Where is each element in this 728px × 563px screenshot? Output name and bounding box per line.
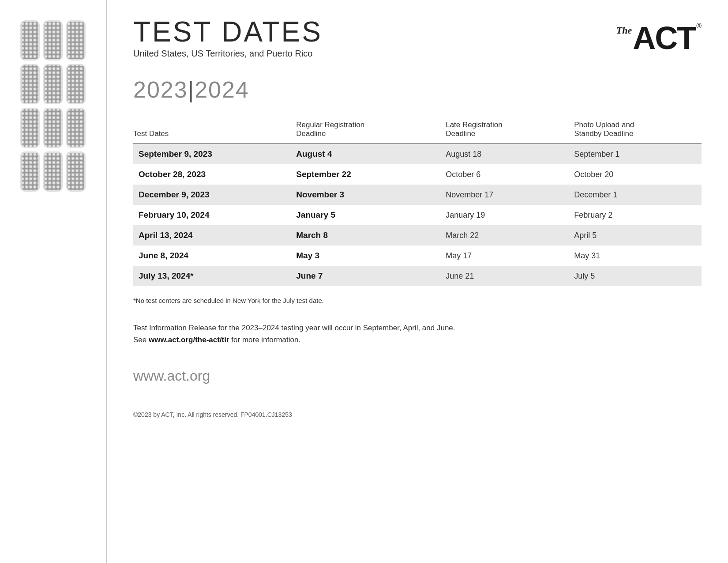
table-row: September 9, 2023August 4August 18Septem…	[133, 144, 702, 165]
footnote: *No test centers are scheduled in New Yo…	[133, 297, 702, 304]
left-sidebar	[0, 0, 106, 563]
cell-test-date: June 8, 2024	[133, 246, 289, 266]
col-header-photo: Photo Upload and Standby Deadline	[567, 116, 702, 144]
col-header-regular-reg: Regular Registration Deadline	[289, 116, 439, 144]
bottom-divider	[133, 402, 702, 402]
info-link[interactable]: www.act.org/the-act/tir	[149, 336, 229, 344]
table-row: December 9, 2023November 3November 17Dec…	[133, 185, 702, 205]
table-row: June 8, 2024May 3May 17May 31	[133, 246, 702, 266]
cell-late-reg: November 17	[439, 185, 567, 205]
cell-photo-upload: October 20	[567, 164, 702, 185]
cell-test-date: October 28, 2023	[133, 164, 289, 185]
cell-photo-upload: July 5	[567, 266, 702, 286]
grid-cell	[43, 108, 63, 148]
website-url: www.act.org	[133, 368, 702, 384]
info-paragraph: Test Information Release for the 2023–20…	[133, 322, 702, 346]
cell-photo-upload: September 1	[567, 144, 702, 165]
main-content: TEST DATES United States, US Territories…	[107, 0, 728, 563]
grid-cell	[66, 20, 86, 60]
grid-cell	[43, 20, 63, 60]
cell-late-reg: May 17	[439, 246, 567, 266]
grid-decoration	[13, 13, 93, 199]
grid-cell	[43, 64, 63, 104]
cell-regular-reg: May 3	[289, 246, 439, 266]
page-subtitle: United States, US Territories, and Puert…	[133, 49, 323, 59]
cell-test-date: July 13, 2024*	[133, 266, 289, 286]
cell-late-reg: June 21	[439, 266, 567, 286]
grid-cell	[20, 108, 40, 148]
table-header-row: Test Dates Regular Registration Deadline…	[133, 116, 702, 144]
grid-cell	[66, 108, 86, 148]
cell-regular-reg: January 5	[289, 205, 439, 225]
cell-regular-reg: November 3	[289, 185, 439, 205]
header-left: TEST DATES United States, US Territories…	[133, 18, 323, 59]
cell-test-date: April 13, 2024	[133, 225, 289, 246]
grid-cell	[20, 20, 40, 60]
act-logo-registered: ®	[696, 22, 702, 30]
cell-regular-reg: June 7	[289, 266, 439, 286]
year-divider: |	[188, 77, 195, 102]
grid-cell	[43, 151, 63, 192]
cell-late-reg: August 18	[439, 144, 567, 165]
cell-late-reg: March 22	[439, 225, 567, 246]
cell-photo-upload: May 31	[567, 246, 702, 266]
cell-photo-upload: December 1	[567, 185, 702, 205]
info-text-line2-after: for more information.	[229, 336, 301, 344]
dates-table: Test Dates Regular Registration Deadline…	[133, 116, 702, 286]
col-header-test-dates: Test Dates	[133, 116, 289, 144]
table-row: July 13, 2024*June 7June 21July 5	[133, 266, 702, 286]
grid-cell	[20, 64, 40, 104]
table-row: April 13, 2024March 8March 22April 5	[133, 225, 702, 246]
cell-test-date: February 10, 2024	[133, 205, 289, 225]
cell-test-date: December 9, 2023	[133, 185, 289, 205]
table-row: October 28, 2023September 22October 6Oct…	[133, 164, 702, 185]
cell-late-reg: October 6	[439, 164, 567, 185]
info-text-line1: Test Information Release for the 2023–20…	[133, 324, 455, 332]
year-2024: 2024	[195, 77, 249, 102]
copyright: ©2023 by ACT, Inc. All rights reserved. …	[133, 411, 702, 418]
grid-cell	[66, 64, 86, 104]
year-heading: 2023|2024	[133, 76, 702, 103]
cell-regular-reg: August 4	[289, 144, 439, 165]
act-logo-act: ACT	[633, 22, 695, 54]
page-title: TEST DATES	[133, 18, 323, 46]
cell-photo-upload: April 5	[567, 225, 702, 246]
grid-cell	[66, 151, 86, 192]
act-logo: The ACT®	[616, 18, 702, 54]
cell-photo-upload: February 2	[567, 205, 702, 225]
cell-regular-reg: March 8	[289, 225, 439, 246]
year-2023: 2023	[133, 77, 188, 102]
cell-regular-reg: September 22	[289, 164, 439, 185]
header-row: TEST DATES United States, US Territories…	[133, 18, 702, 59]
col-header-late-reg: Late Registration Deadline	[439, 116, 567, 144]
cell-late-reg: January 19	[439, 205, 567, 225]
table-row: February 10, 2024January 5January 19Febr…	[133, 205, 702, 225]
info-text-line2-before: See	[133, 336, 149, 344]
act-logo-the: The	[616, 25, 632, 36]
cell-test-date: September 9, 2023	[133, 144, 289, 165]
grid-cell	[20, 151, 40, 192]
